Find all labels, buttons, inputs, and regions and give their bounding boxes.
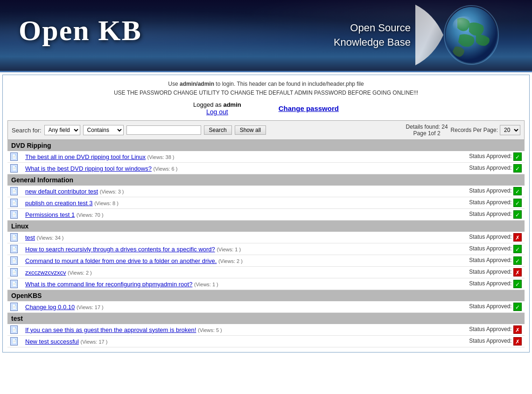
category-header: General Information bbox=[7, 174, 525, 186]
document-icon: 📄 bbox=[10, 187, 18, 195]
item-link[interactable]: publish on creation test 3 bbox=[25, 200, 93, 207]
status-label: Status Approved: bbox=[469, 281, 511, 287]
item-link[interactable]: new default contributor test bbox=[25, 188, 98, 195]
search-label: Search for: bbox=[12, 127, 42, 134]
search-button[interactable]: Search bbox=[204, 125, 232, 135]
status-approved-icon: ✓ bbox=[513, 210, 522, 219]
document-icon: 📄 bbox=[10, 303, 18, 311]
site-title: Open KB bbox=[19, 14, 142, 47]
logged-username: admin bbox=[223, 101, 241, 108]
item-title-cell: How to search recursivly through a drive… bbox=[22, 243, 420, 255]
item-link[interactable]: What is the best DVD ripping tool for wi… bbox=[25, 165, 152, 172]
item-title-cell: Permissions test 1 (Views: 70 ) bbox=[22, 209, 420, 221]
site-subtitle: Open Source Knowledge Base bbox=[334, 21, 411, 50]
credentials: admin/admin bbox=[180, 81, 214, 87]
status-cell: Status Approved: ✗ bbox=[420, 336, 525, 347]
item-link[interactable]: The best all in one DVD ripping tool for… bbox=[25, 153, 146, 160]
item-title-cell: new default contributor test (Views: 3 ) bbox=[22, 186, 420, 197]
views-count: (Views: 1 ) bbox=[194, 282, 218, 287]
category-name: General Information bbox=[7, 174, 525, 186]
status-cell: Status Approved: ✓ bbox=[420, 151, 525, 163]
page-header: Open KB Open Source Knowledge Base bbox=[0, 0, 532, 72]
category-name: test bbox=[7, 313, 525, 325]
status-cell: Status Approved: ✓ bbox=[420, 186, 525, 197]
category-name: DVD Ripping bbox=[7, 140, 525, 151]
table-row: 📄 How to search recursivly through a dri… bbox=[7, 243, 525, 255]
doc-icon-cell: 📄 bbox=[7, 336, 22, 347]
item-link[interactable]: Change log 0.0.10 bbox=[25, 304, 75, 311]
main-content: Use admin/admin to login. This header ca… bbox=[2, 75, 530, 353]
logout-link[interactable]: Log out bbox=[193, 108, 241, 116]
status-cell: Status Approved: ✗ bbox=[420, 267, 525, 278]
show-all-button[interactable]: Show all bbox=[235, 125, 266, 135]
document-icon: 📄 bbox=[10, 233, 18, 242]
records-per-page-select[interactable]: 20 10 50 bbox=[500, 125, 520, 135]
document-icon: 📄 bbox=[10, 164, 18, 173]
item-link[interactable]: New test successful bbox=[25, 338, 79, 345]
status-cell: Status Approved: ✓ bbox=[420, 209, 525, 221]
kb-table: DVD Ripping 📄 The best all in one DVD ri… bbox=[7, 140, 525, 347]
views-count: (Views: 2 ) bbox=[68, 270, 92, 276]
table-row: 📄 What is the best DVD ripping tool for … bbox=[7, 163, 525, 174]
item-link[interactable]: test bbox=[25, 234, 35, 241]
svg-point-2 bbox=[453, 16, 476, 35]
document-icon: 📄 bbox=[10, 325, 18, 334]
status-label: Status Approved: bbox=[469, 326, 511, 333]
table-row: 📄 The best all in one DVD ripping tool f… bbox=[7, 151, 525, 163]
doc-icon-cell: 📄 bbox=[7, 324, 22, 336]
records-per-page-label: Records Per Page: bbox=[451, 127, 498, 133]
status-rejected-icon: ✗ bbox=[513, 268, 522, 276]
table-row: 📄 Change log 0.0.10 (Views: 17 ) Status … bbox=[7, 301, 525, 313]
status-cell: Status Approved: ✓ bbox=[420, 243, 525, 255]
status-approved-icon: ✓ bbox=[513, 245, 522, 253]
views-count: (Views: 70 ) bbox=[77, 212, 104, 218]
table-row: 📄 publish on creation test 3 (Views: 8 )… bbox=[7, 197, 525, 209]
views-count: (Views: 5 ) bbox=[198, 327, 222, 333]
category-name: Linux bbox=[7, 221, 525, 232]
status-label: Status Approved: bbox=[469, 211, 511, 218]
item-title-cell: test (Views: 34 ) bbox=[22, 232, 420, 243]
item-link[interactable]: Permissions test 1 bbox=[25, 211, 75, 218]
admin-notice: Use admin/admin to login. This header ca… bbox=[7, 80, 525, 97]
status-cell: Status Approved: ✓ bbox=[420, 163, 525, 174]
doc-icon-cell: 📄 bbox=[7, 209, 22, 221]
search-condition-select[interactable]: Contains Starts with Ends with Equals bbox=[83, 125, 124, 135]
document-icon: 📄 bbox=[10, 256, 18, 265]
category-name: OpenKBS bbox=[7, 290, 525, 302]
status-cell: Status Approved: ✓ bbox=[420, 278, 525, 290]
item-title-cell: publish on creation test 3 (Views: 8 ) bbox=[22, 197, 420, 209]
status-cell: Status Approved: ✓ bbox=[420, 301, 525, 313]
category-header: Linux bbox=[7, 221, 525, 232]
category-header: test bbox=[7, 313, 525, 325]
login-bar: Logged as admin Log out Change password bbox=[7, 101, 525, 116]
search-field-select[interactable]: Any field Title Content bbox=[44, 125, 80, 135]
status-rejected-icon: ✗ bbox=[513, 233, 522, 242]
views-count: (Views: 17 ) bbox=[77, 304, 104, 310]
table-row: 📄 New test successful (Views: 17 ) Statu… bbox=[7, 336, 525, 347]
warning-text: USE THE PASSWORD CHANGE UTILITY TO CHANG… bbox=[114, 90, 418, 96]
document-icon: 📄 bbox=[10, 280, 18, 288]
item-link[interactable]: If you can see this as guest then the ap… bbox=[25, 326, 196, 333]
records-per-page: Records Per Page: 20 10 50 bbox=[451, 125, 520, 135]
status-approved-icon: ✓ bbox=[513, 280, 522, 288]
item-link[interactable]: How to search recursivly through a drive… bbox=[25, 246, 215, 253]
doc-icon-cell: 📄 bbox=[7, 301, 22, 313]
table-row: 📄 Command to mount a folder from one dri… bbox=[7, 255, 525, 267]
search-info: Details found: 24 Page 1of 2 bbox=[406, 124, 448, 137]
status-rejected-icon: ✗ bbox=[513, 325, 522, 334]
category-header: OpenKBS bbox=[7, 290, 525, 302]
search-input[interactable] bbox=[126, 125, 201, 135]
views-count: (Views: 38 ) bbox=[147, 154, 175, 160]
document-icon: 📄 bbox=[10, 210, 18, 219]
item-link[interactable]: Command to mount a folder from one drive… bbox=[25, 257, 217, 264]
status-label: Status Approved: bbox=[469, 188, 511, 194]
change-password-link[interactable]: Change password bbox=[279, 104, 339, 112]
item-link[interactable]: What is the command line for reconfiguri… bbox=[25, 281, 192, 288]
doc-icon-cell: 📄 bbox=[7, 278, 22, 290]
item-title-cell: New test successful (Views: 17 ) bbox=[22, 336, 420, 347]
item-link[interactable]: zxcczwzcvzxcv bbox=[25, 269, 66, 276]
table-row: 📄 test (Views: 34 ) Status Approved: ✗ bbox=[7, 232, 525, 243]
status-label: Status Approved: bbox=[469, 304, 511, 310]
document-icon: 📄 bbox=[10, 337, 18, 346]
status-cell: Status Approved: ✓ bbox=[420, 197, 525, 209]
